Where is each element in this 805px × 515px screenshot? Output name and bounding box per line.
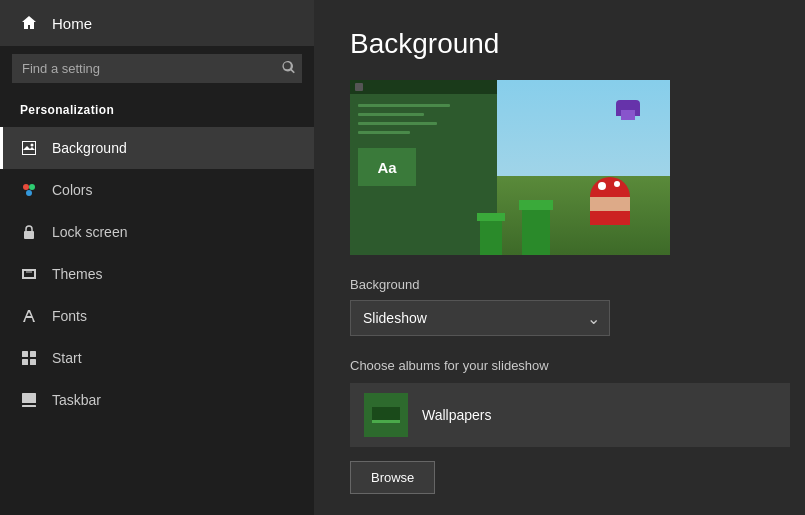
sidebar-item-start-label: Start	[52, 350, 82, 366]
char-face	[590, 197, 630, 211]
svg-rect-8	[30, 359, 36, 365]
preview-line-1	[358, 104, 450, 107]
album-thumbnail	[364, 393, 408, 437]
preview-line-3	[358, 122, 437, 125]
lock-icon	[20, 223, 38, 241]
sidebar-item-taskbar-label: Taskbar	[52, 392, 101, 408]
albums-label: Choose albums for your slideshow	[350, 358, 769, 373]
char-body	[590, 211, 630, 225]
album-name: Wallpapers	[422, 407, 492, 423]
album-thumb-inner	[372, 407, 400, 423]
taskbar-icon	[20, 391, 38, 409]
bg-dropdown[interactable]: Slideshow Picture Solid color	[350, 300, 610, 336]
svg-rect-7	[22, 359, 28, 365]
search-icon	[282, 60, 296, 74]
sidebar-item-colors-label: Colors	[52, 182, 92, 198]
sidebar-item-fonts-label: Fonts	[52, 308, 87, 324]
home-label: Home	[52, 15, 92, 32]
pipe-top	[519, 200, 553, 210]
sidebar-item-background-label: Background	[52, 140, 127, 156]
pipe-body	[522, 210, 550, 255]
pipe2-body	[480, 221, 502, 255]
svg-point-3	[26, 190, 32, 196]
svg-point-0	[31, 144, 34, 147]
svg-point-2	[29, 184, 35, 190]
sidebar-item-background[interactable]: Background	[0, 127, 314, 169]
section-label: Personalization	[0, 97, 314, 127]
preview-line-2	[358, 113, 424, 116]
start-icon	[20, 349, 38, 367]
search-button[interactable]	[282, 60, 296, 77]
preview-title-icon	[355, 83, 363, 91]
svg-rect-5	[22, 351, 28, 357]
sidebar-item-fonts[interactable]: Fonts	[0, 295, 314, 337]
sidebar-item-lock-screen[interactable]: Lock screen	[0, 211, 314, 253]
preview-pipe-2	[480, 213, 502, 255]
sidebar-item-colors[interactable]: Colors	[0, 169, 314, 211]
colors-icon	[20, 181, 38, 199]
preview-content: Aa	[350, 94, 497, 196]
sidebar-item-start[interactable]: Start	[0, 337, 314, 379]
char-dot-2	[614, 181, 620, 187]
svg-rect-10	[22, 405, 36, 407]
preview-flying	[616, 100, 640, 116]
svg-point-1	[23, 184, 29, 190]
sidebar: Home Personalization Background	[0, 0, 314, 515]
preview-character	[590, 177, 630, 227]
svg-rect-6	[30, 351, 36, 357]
album-item[interactable]: Wallpapers	[350, 383, 790, 447]
sidebar-item-themes-label: Themes	[52, 266, 103, 282]
bg-field-label: Background	[350, 277, 769, 292]
background-preview: Aa	[350, 80, 670, 255]
search-input[interactable]	[12, 54, 302, 83]
sidebar-item-taskbar[interactable]: Taskbar	[0, 379, 314, 421]
home-icon	[20, 14, 38, 32]
sidebar-item-themes[interactable]: Themes	[0, 253, 314, 295]
char-dot-1	[598, 182, 606, 190]
main-content: Background Aa	[314, 0, 805, 515]
search-box	[12, 54, 302, 83]
svg-rect-4	[24, 231, 34, 239]
home-nav-item[interactable]: Home	[0, 0, 314, 46]
browse-button[interactable]: Browse	[350, 461, 435, 494]
svg-rect-9	[22, 393, 36, 403]
fonts-icon	[20, 307, 38, 325]
pipe2-top	[477, 213, 505, 221]
preview-pipe-1	[522, 200, 550, 255]
flying-leg	[621, 110, 635, 120]
preview-left-panel: Aa	[350, 80, 497, 255]
preview-title-bar	[350, 80, 497, 94]
sidebar-item-lock-screen-label: Lock screen	[52, 224, 127, 240]
background-icon	[20, 139, 38, 157]
page-title: Background	[350, 28, 769, 60]
preview-line-4	[358, 131, 410, 134]
themes-icon	[20, 265, 38, 283]
preview-aa-box: Aa	[358, 148, 416, 186]
bg-dropdown-container: Slideshow Picture Solid color ⌄	[350, 300, 610, 336]
